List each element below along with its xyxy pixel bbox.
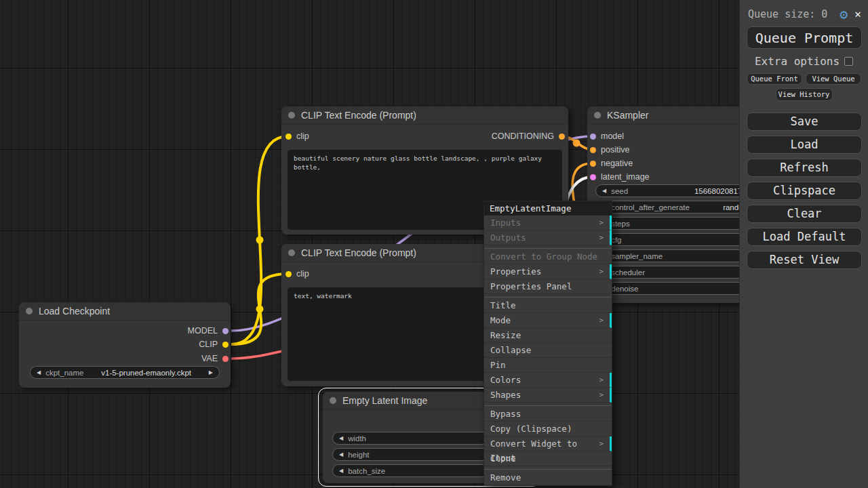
slot-label: MODEL <box>188 326 218 336</box>
menu-item-outputs: Outputs > <box>484 230 612 245</box>
link-dot <box>573 140 580 147</box>
model-port[interactable] <box>222 328 229 334</box>
menu-item-label: Collapse <box>490 343 531 357</box>
menu-item-label: Bypass <box>490 407 521 421</box>
menu-item-shapes[interactable]: Shapes > <box>484 388 612 403</box>
slot-label: negative <box>601 159 633 168</box>
input-model[interactable]: model <box>590 130 624 142</box>
output-conditioning[interactable]: CONDITIONING <box>492 130 565 142</box>
widget-left-arrow-icon[interactable]: ◀ <box>37 369 41 375</box>
submenu-arrow-icon: > <box>599 313 604 327</box>
menu-item-label: Clone <box>490 451 516 466</box>
link-dot <box>256 306 264 313</box>
menu-separator <box>484 403 612 406</box>
settings-gear-icon[interactable]: ⚙ <box>840 8 848 20</box>
widget-name: cfg <box>611 236 621 244</box>
submenu-arrow-icon: > <box>599 216 604 230</box>
menu-item-colors[interactable]: Colors > <box>484 373 612 388</box>
menu-item-remove[interactable]: Remove <box>484 470 612 485</box>
menu-item-convert-widget-to-input[interactable]: Convert Widget to Input > <box>484 436 612 451</box>
input-positive[interactable]: positive <box>590 144 629 156</box>
node-title-bar[interactable]: CLIP Text Encode (Prompt) <box>281 106 568 125</box>
queue-prompt-button[interactable]: Queue Prompt <box>747 26 862 49</box>
node-title-bar[interactable]: Load Checkpoint <box>19 302 231 321</box>
conditioning-port[interactable] <box>590 161 596 167</box>
widget-name: denoise <box>611 285 638 293</box>
close-icon[interactable]: ✕ <box>854 7 861 20</box>
conditioning-port[interactable] <box>559 134 565 140</box>
queue-front-button[interactable]: Queue Front <box>747 73 802 85</box>
menu-item-label: Resize <box>490 328 521 342</box>
link-dot <box>256 237 264 244</box>
node-load-checkpoint[interactable]: Load Checkpoint MODEL CLIP VAE ◀ ckpt_na… <box>19 302 231 388</box>
output-clip[interactable]: CLIP <box>199 338 229 350</box>
menu-item-mode[interactable]: Mode > <box>484 313 612 328</box>
widget-right-arrow-icon[interactable]: ▶ <box>209 369 213 375</box>
menu-item-collapse[interactable]: Collapse <box>484 343 612 358</box>
latent-port[interactable] <box>590 174 596 180</box>
menu-item-label: Mode <box>490 313 511 327</box>
view-queue-button[interactable]: View Queue <box>806 73 861 85</box>
extra-options-checkbox[interactable] <box>844 57 853 66</box>
reset-view-button[interactable]: Reset View <box>747 251 862 269</box>
slot-label: clip <box>296 131 309 141</box>
view-history-button[interactable]: View History <box>776 88 833 101</box>
input-clip[interactable]: clip <box>285 268 309 280</box>
widget-name: control_after_generate <box>611 203 690 211</box>
slot-label: CLIP <box>199 340 218 349</box>
queue-size-label: Queue size: 0 <box>748 8 827 20</box>
collapse-dot[interactable] <box>288 112 295 119</box>
menu-item-resize[interactable]: Resize <box>484 328 612 343</box>
input-latent-image[interactable]: latent_image <box>590 171 650 183</box>
node-title: CLIP Text Encode (Prompt) <box>301 247 416 258</box>
graph-canvas[interactable]: Load Checkpoint MODEL CLIP VAE ◀ ckpt_na… <box>0 0 868 488</box>
menu-item-bypass[interactable]: Bypass <box>484 407 612 422</box>
model-port[interactable] <box>590 134 596 140</box>
menu-separator <box>484 294 612 298</box>
context-menu-title: EmptyLatentImage <box>484 201 612 216</box>
refresh-button[interactable]: Refresh <box>747 159 862 177</box>
menu-item-label: Properties <box>490 264 541 279</box>
widget-name: sampler_name <box>611 252 663 260</box>
menu-item-properties[interactable]: Properties > <box>484 264 612 279</box>
clear-button[interactable]: Clear <box>747 205 862 223</box>
slot-label: latent_image <box>601 172 650 182</box>
clip-port[interactable] <box>285 134 292 140</box>
load-button[interactable]: Load <box>747 136 862 154</box>
submenu-arrow-icon: > <box>599 373 604 387</box>
menu-item-label: Colors <box>490 373 521 387</box>
menu-item-pin[interactable]: Pin <box>484 358 612 373</box>
menu-separator <box>484 466 612 470</box>
slot-label: clip <box>296 269 309 279</box>
menu-item-convert-to-group-node: Convert to Group Node <box>484 249 612 264</box>
node-title: KSampler <box>607 110 648 121</box>
menu-item-clone[interactable]: Clone <box>484 451 612 466</box>
clip-port[interactable] <box>285 271 292 277</box>
node-title: CLIP Text Encode (Prompt) <box>301 110 416 121</box>
output-vae[interactable]: VAE <box>201 352 229 365</box>
vae-port[interactable] <box>222 356 229 362</box>
submenu-arrow-icon: > <box>599 436 604 451</box>
clipspace-button[interactable]: Clipspace <box>747 182 862 200</box>
collapse-dot[interactable] <box>594 112 601 119</box>
menu-item-title[interactable]: Title <box>484 298 612 313</box>
ckpt-name-widget[interactable]: ◀ ckpt_name v1-5-pruned-emaonly.ckpt ▶ <box>30 366 220 379</box>
clip-port[interactable] <box>222 342 229 348</box>
output-model[interactable]: MODEL <box>188 325 229 337</box>
save-button[interactable]: Save <box>747 113 862 131</box>
widget-name: ckpt_name <box>45 369 83 377</box>
widget-name: steps <box>611 220 630 228</box>
collapse-dot[interactable] <box>26 308 33 314</box>
slot-label: VAE <box>201 354 218 363</box>
menu-item-properties-panel[interactable]: Properties Panel <box>484 279 612 294</box>
conditioning-port[interactable] <box>590 147 596 153</box>
input-clip[interactable]: clip <box>285 130 309 142</box>
widget-left-arrow-icon[interactable]: ◀ <box>602 188 606 194</box>
load-default-button[interactable]: Load Default <box>747 228 862 246</box>
collapse-dot[interactable] <box>288 249 295 256</box>
slot-label: CONDITIONING <box>492 131 554 141</box>
input-negative[interactable]: negative <box>590 157 633 169</box>
extra-options-label: Extra options <box>755 55 840 68</box>
menu-item-copy-clipspace[interactable]: Copy (Clipspace) <box>484 422 612 436</box>
menu-item-label: Convert Widget to Input <box>490 436 599 451</box>
